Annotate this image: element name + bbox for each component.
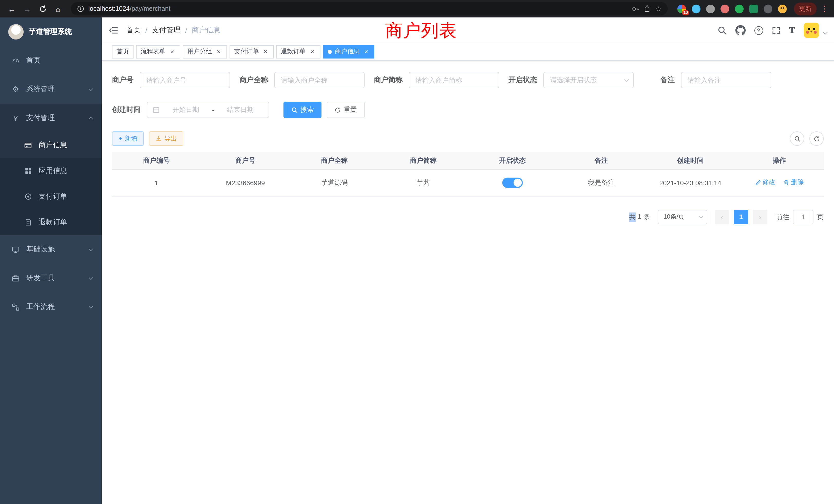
fullscreen-icon[interactable] <box>772 26 780 35</box>
breadcrumb-home[interactable]: 首页 <box>126 26 141 35</box>
app-logo[interactable]: 芋道管理系统 <box>0 18 102 46</box>
refresh-button[interactable] <box>809 131 824 146</box>
extension-red-icon[interactable] <box>721 4 729 13</box>
pagination-total-prefix: 共 <box>629 212 636 222</box>
site-info-icon[interactable] <box>77 5 84 12</box>
share-icon[interactable] <box>644 5 651 12</box>
bookmark-star-icon[interactable]: ☆ <box>655 5 661 13</box>
sidebar-menu: 首页 ⚙ 系统管理 ¥ 支付管理 商户信 <box>0 46 102 321</box>
merchant-name-input[interactable] <box>274 72 365 88</box>
password-key-icon[interactable] <box>632 5 640 13</box>
extensions-puzzle-icon[interactable] <box>764 4 772 13</box>
next-page-button[interactable]: › <box>753 210 767 224</box>
tab-close-icon[interactable]: × <box>169 48 176 55</box>
merchant-short-input[interactable] <box>409 72 499 88</box>
sidebar-item-refund-order[interactable]: 退款订单 <box>0 209 102 235</box>
browser-toolbar: ← → ⌂ localhost:1024/pay/merchant ☆ 10 <box>0 0 834 18</box>
status-select[interactable]: 请选择开启状态 <box>543 72 634 88</box>
goto-page-input[interactable] <box>793 210 813 224</box>
browser-back-icon[interactable]: ← <box>5 2 19 16</box>
browser-profile-avatar[interactable] <box>778 4 787 13</box>
tab-home[interactable]: 首页 <box>112 45 133 58</box>
tab-close-icon[interactable]: × <box>363 48 370 55</box>
sidebar-item-app-info[interactable]: 应用信息 <box>0 158 102 184</box>
delete-link[interactable]: 删除 <box>783 178 804 187</box>
browser-menu-icon[interactable]: ⋮ <box>821 4 829 13</box>
sidebar-item-home[interactable]: 首页 <box>0 46 102 75</box>
github-icon[interactable] <box>735 25 745 36</box>
plus-icon: + <box>118 135 122 142</box>
toggle-search-button[interactable] <box>790 131 804 146</box>
prev-page-button[interactable]: ‹ <box>715 210 729 224</box>
sidebar-item-payment[interactable]: ¥ 支付管理 <box>0 104 102 132</box>
reset-button[interactable]: 重置 <box>327 101 365 118</box>
right-toolbar <box>790 131 824 146</box>
browser-home-icon[interactable]: ⌂ <box>51 2 65 16</box>
browser-update-button[interactable]: 更新 <box>794 2 816 15</box>
sidebar-item-dev-tools[interactable]: 研发工具 <box>0 264 102 293</box>
tab-refund-order[interactable]: 退款订单 × <box>276 45 321 58</box>
page-content: 商户号 商户全称 商户简称 开启状态 请选择开启状态 <box>102 61 834 504</box>
tab-user-group[interactable]: 用户分组 × <box>183 45 227 58</box>
address-bar[interactable]: localhost:1024/pay/merchant ☆ <box>71 2 667 16</box>
app-header: 首页 / 支付管理 / 商户信息 商户列表 ? <box>102 18 834 43</box>
tab-label: 流程表单 <box>141 47 166 56</box>
user-avatar[interactable] <box>804 23 819 38</box>
merchant-name-label: 商户全称 <box>239 75 274 85</box>
header-search-icon[interactable] <box>717 26 726 35</box>
extension-green-circle-icon[interactable] <box>735 4 744 13</box>
search-button[interactable]: 搜索 <box>284 101 322 118</box>
breadcrumb-current: 商户信息 <box>192 26 221 35</box>
edit-link[interactable]: 修改 <box>755 178 775 187</box>
red-annotation-text: 商户列表 <box>385 19 457 43</box>
current-page-button[interactable]: 1 <box>734 210 748 224</box>
tab-pay-order[interactable]: 支付订单 × <box>229 45 274 58</box>
merchant-no-label: 商户号 <box>112 75 140 85</box>
tab-merchant-info[interactable]: 商户信息 × <box>323 45 374 58</box>
cell-merchant-id: 1 <box>112 169 201 196</box>
sidebar-item-pay-order[interactable]: 支付订单 <box>0 184 102 209</box>
cell-status <box>468 169 557 196</box>
status-toggle-on[interactable] <box>502 178 523 188</box>
merchant-no-input[interactable] <box>140 72 230 88</box>
tab-close-icon[interactable]: × <box>309 48 316 55</box>
extension-pinwheel-icon[interactable]: 10 <box>677 4 686 13</box>
extension-blue-icon[interactable] <box>692 4 701 13</box>
sidebar-item-merchant-info[interactable]: 商户信息 <box>0 132 102 158</box>
end-date-placeholder[interactable]: 结束日期 <box>217 105 263 114</box>
chevron-down-icon <box>89 304 93 308</box>
breadcrumb: 首页 / 支付管理 / 商户信息 <box>126 26 221 35</box>
export-button-label: 导出 <box>164 134 177 143</box>
sidebar-item-workflow[interactable]: 工作流程 <box>0 293 102 321</box>
yen-icon: ¥ <box>11 114 20 122</box>
add-button[interactable]: + 新增 <box>112 131 144 146</box>
browser-forward-icon[interactable]: → <box>21 2 34 16</box>
extension-badge: 10 <box>682 10 689 15</box>
tab-close-icon[interactable]: × <box>262 48 269 55</box>
screen: ← → ⌂ localhost:1024/pay/merchant ☆ 10 <box>0 0 834 504</box>
tab-close-icon[interactable]: × <box>215 48 222 55</box>
export-button[interactable]: 导出 <box>149 131 183 146</box>
sidebar-submenu-payment: 商户信息 应用信息 支付订单 <box>0 132 102 235</box>
breadcrumb-payment[interactable]: 支付管理 <box>152 26 180 35</box>
filter-row-2: 创建时间 开始日期 - 结束日期 搜索 <box>112 101 824 118</box>
page-size-select[interactable]: 10条/页 <box>658 210 707 224</box>
filter-merchant-name: 商户全称 <box>239 72 365 88</box>
avatar-caret-down-icon[interactable] <box>823 30 828 35</box>
start-date-placeholder[interactable]: 开始日期 <box>163 105 209 114</box>
remark-input[interactable] <box>681 72 771 88</box>
tab-process-form[interactable]: 流程表单 × <box>136 45 180 58</box>
extension-gray-icon[interactable] <box>706 4 715 13</box>
sidebar-item-system[interactable]: ⚙ 系统管理 <box>0 75 102 104</box>
extension-green-square-icon[interactable] <box>749 4 758 13</box>
sidebar-fold-icon[interactable] <box>109 26 118 35</box>
font-size-icon[interactable]: T <box>789 25 795 36</box>
help-icon[interactable]: ? <box>754 26 763 35</box>
browser-reload-icon[interactable] <box>36 2 49 16</box>
grid-icon <box>24 167 32 175</box>
date-range-picker[interactable]: 开始日期 - 结束日期 <box>147 101 269 118</box>
page-suffix-label: 页 <box>817 212 824 222</box>
sidebar-item-infrastructure[interactable]: 基础设施 <box>0 235 102 264</box>
merchant-short-label: 商户简称 <box>374 75 409 85</box>
sidebar-item-label: 研发工具 <box>26 274 55 283</box>
